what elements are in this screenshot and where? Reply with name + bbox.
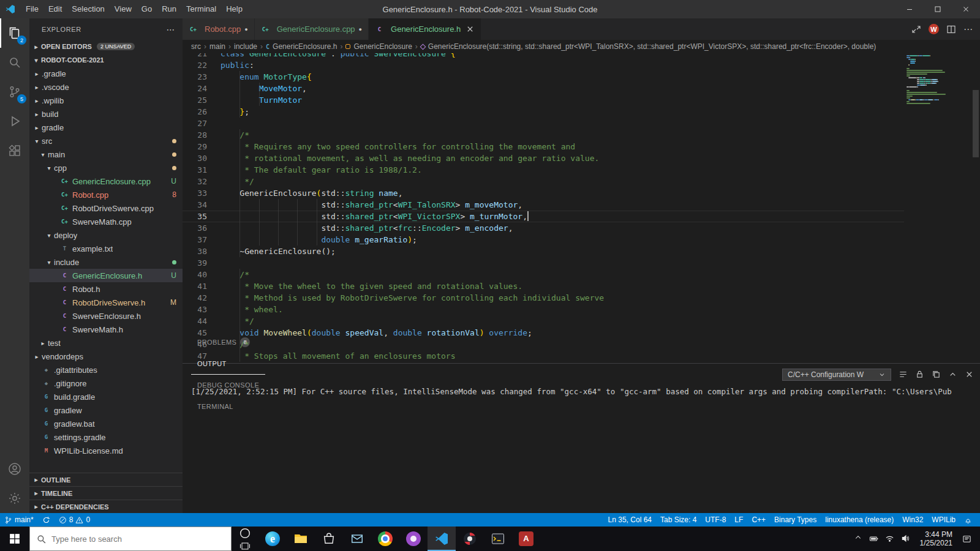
code-line-39[interactable]: 39: [183, 257, 904, 269]
code-line-29[interactable]: 29 * Requires any two speed controllers …: [183, 141, 904, 152]
taskbar-app-driver-station[interactable]: [456, 527, 484, 551]
tree-item-gradle[interactable]: ▸gradle: [29, 121, 183, 134]
root-folder-header[interactable]: ▾ ROBOT-CODE-2021: [29, 53, 183, 67]
code-line-28[interactable]: 28 /*: [183, 129, 904, 141]
activity-settings[interactable]: [0, 484, 29, 513]
tree-item-gradlew-bat[interactable]: Ggradlew.bat: [29, 417, 183, 430]
line-number[interactable]: 41: [183, 280, 221, 292]
network-icon[interactable]: [882, 534, 898, 544]
split-editor-icon[interactable]: [946, 24, 956, 34]
activity-search[interactable]: [0, 48, 29, 77]
tree-item-build[interactable]: ▸build: [29, 107, 183, 121]
explorer-more-actions-icon[interactable]: ⋯: [166, 24, 175, 34]
status-branch[interactable]: main*: [0, 513, 38, 527]
lock-scroll-icon[interactable]: [915, 370, 924, 379]
tree-item-gitignore[interactable]: ◆.gitignore: [29, 377, 183, 390]
taskbar-search[interactable]: [29, 527, 232, 551]
taskbar-app-media-app[interactable]: [399, 527, 428, 551]
code-line-27[interactable]: 27: [183, 118, 904, 129]
line-number[interactable]: 40: [183, 269, 221, 280]
status-encoding[interactable]: UTF-8: [701, 513, 730, 527]
tree-item-src[interactable]: ▾src: [29, 134, 183, 148]
status-binary-types[interactable]: Binary Types: [770, 513, 821, 527]
tree-item-swervemath-h[interactable]: CSwerveMath.h: [29, 323, 183, 336]
tree-item-robot-cpp[interactable]: C+Robot.cpp8: [29, 188, 183, 201]
tree-item-robot-h[interactable]: CRobot.h: [29, 282, 183, 296]
volume-icon[interactable]: [898, 534, 914, 544]
status-problems[interactable]: 80: [55, 513, 94, 527]
tree-item-genericenclosure-cpp[interactable]: C+GenericEnclosure.cppU: [29, 174, 183, 188]
tree-item-deploy[interactable]: ▾deploy: [29, 228, 183, 242]
taskbar-app-mail[interactable]: [343, 527, 371, 551]
breadcrumb-item-src[interactable]: src: [191, 42, 201, 51]
output-channel-select[interactable]: C/C++ Configuration W: [782, 369, 891, 381]
tab-robot-cpp[interactable]: C+Robot.cpp●: [183, 18, 255, 40]
taskbar-app-store[interactable]: [315, 527, 343, 551]
start-button[interactable]: [0, 527, 29, 551]
menu-help[interactable]: Help: [221, 4, 247, 13]
minimap[interactable]: [904, 53, 971, 363]
tab-genericenclosure-cpp[interactable]: C+GenericEnclosure.cpp●: [255, 18, 369, 40]
menu-run[interactable]: Run: [157, 4, 181, 13]
line-number[interactable]: 38: [183, 246, 221, 257]
section-outline[interactable]: ▸OUTLINE: [29, 473, 183, 486]
open-editors-header[interactable]: ▸ OPEN EDITORS 2 UNSAVED: [29, 40, 183, 53]
code-line-45[interactable]: 45 void MoveWheel(double speedVal, doubl…: [183, 327, 904, 339]
line-number[interactable]: 35: [183, 211, 221, 222]
code-line-37[interactable]: 37 double m_gearRatio);: [183, 234, 904, 246]
taskbar-task-view-button[interactable]: [232, 540, 258, 551]
tree-item-gradlew[interactable]: Ggradlew: [29, 403, 183, 417]
tree-item-gitattributes[interactable]: ◆.gitattributes: [29, 363, 183, 377]
tree-item-gradle[interactable]: ▸.gradle: [29, 67, 183, 80]
tree-item-genericenclosure-h[interactable]: CGenericEnclosure.hU: [29, 269, 183, 282]
taskbar-app-console-app[interactable]: [484, 527, 512, 551]
tree-item-settings-gradle[interactable]: Gsettings.gradle: [29, 430, 183, 444]
code-line-43[interactable]: 43 * wheel.: [183, 304, 904, 315]
code-line-46[interactable]: 46 /*: [183, 339, 904, 350]
code-line-26[interactable]: 26 };: [183, 106, 904, 118]
clear-output-icon[interactable]: [932, 370, 941, 379]
taskbar-app-chrome[interactable]: [371, 527, 399, 551]
line-number[interactable]: 34: [183, 199, 221, 211]
open-changes-icon[interactable]: [911, 24, 921, 34]
code-line-40[interactable]: 40 /*: [183, 269, 904, 280]
line-number[interactable]: 45: [183, 327, 221, 339]
line-number[interactable]: 29: [183, 141, 221, 152]
breadcrumb-item-include[interactable]: include: [234, 42, 257, 51]
taskbar-app-vscode[interactable]: [428, 527, 456, 551]
tree-item-robotdriveswerve-h[interactable]: CRobotDriveSwerve.hM: [29, 296, 183, 309]
menu-terminal[interactable]: Terminal: [181, 4, 221, 13]
line-number[interactable]: 36: [183, 222, 221, 234]
line-number[interactable]: 46: [183, 339, 221, 350]
output-lines-icon[interactable]: [899, 370, 908, 379]
code-line-22[interactable]: 22public:: [183, 59, 904, 71]
line-number[interactable]: 21: [183, 53, 221, 59]
status-indentation[interactable]: Tab Size: 4: [656, 513, 701, 527]
section-timeline[interactable]: ▸TIMELINE: [29, 486, 183, 500]
close-tab-icon[interactable]: [466, 24, 475, 34]
code-line-38[interactable]: 38 ~GenericEnclosure();: [183, 246, 904, 257]
line-number[interactable]: 28: [183, 129, 221, 141]
tab-genericenclosure-h[interactable]: CGenericEnclosure.h: [369, 18, 481, 40]
activity-account[interactable]: [0, 454, 29, 484]
code-line-30[interactable]: 30 * rotational movement, as well as nee…: [183, 152, 904, 164]
code-line-23[interactable]: 23 enum MotorType{: [183, 71, 904, 83]
line-number[interactable]: 26: [183, 106, 221, 118]
breadcrumb-item-genericenclosure-std-string-st[interactable]: GenericEnclosure(std::string, std::share…: [421, 42, 876, 51]
battery-icon[interactable]: [866, 534, 882, 544]
menu-file[interactable]: File: [21, 4, 43, 13]
code-line-42[interactable]: 42 * Method is used by RobotDriveSwerve …: [183, 292, 904, 304]
close-panel-icon[interactable]: [965, 370, 974, 379]
section-c-dependencies[interactable]: ▸C++ DEPENDENCIES: [29, 500, 183, 513]
action-center-icon[interactable]: [959, 534, 974, 544]
breadcrumb-item-genericenclosure[interactable]: GenericEnclosure: [345, 42, 412, 51]
tree-item-cpp[interactable]: ▾cpp: [29, 161, 183, 174]
code-line-36[interactable]: 36 std::shared_ptr<frc::Encoder> m_encod…: [183, 222, 904, 234]
taskbar-app-file-explorer[interactable]: [287, 527, 315, 551]
tree-item-example-txt[interactable]: Texample.txt: [29, 242, 183, 255]
breadcrumb-item-main[interactable]: main: [209, 42, 225, 51]
tray-expand-icon[interactable]: [850, 534, 866, 544]
line-number[interactable]: 24: [183, 83, 221, 94]
code-line-32[interactable]: 32 */: [183, 176, 904, 187]
close-window-button[interactable]: [952, 0, 980, 18]
